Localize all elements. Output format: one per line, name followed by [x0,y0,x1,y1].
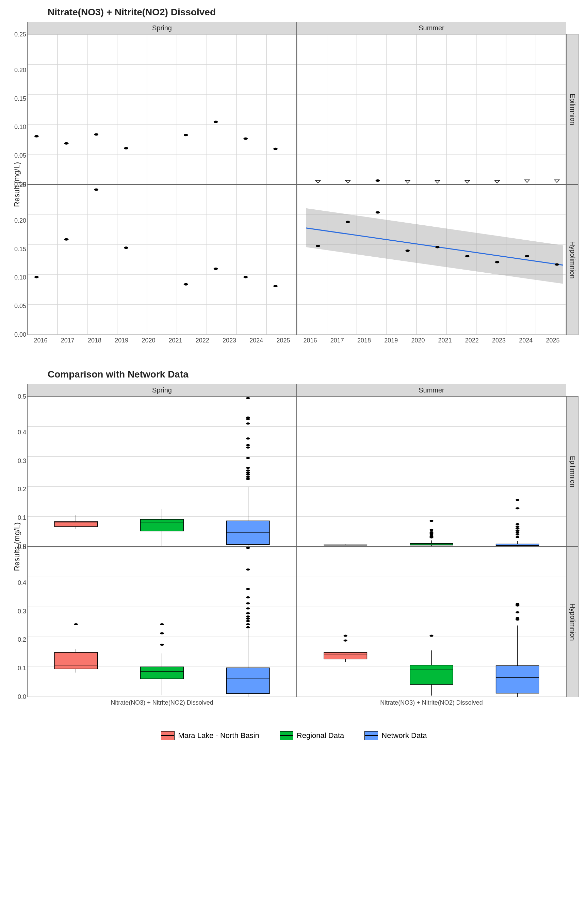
svg-point-159 [515,531,519,533]
svg-point-66 [64,238,69,241]
chart2-grid: Spring Summer Results (mg/L) 0.00.10.20.… [7,384,578,718]
svg-point-193 [246,612,250,614]
svg-rect-112 [141,519,183,531]
svg-point-160 [515,529,519,531]
svg-point-19 [124,147,128,149]
col-strip-spring2: Spring [27,384,297,396]
svg-point-158 [515,533,519,535]
legend: Mara Lake - North Basin Regional Data Ne… [7,731,581,740]
svg-point-125 [246,446,250,449]
svg-rect-179 [141,667,183,679]
legend-item-regional: Regional Data [280,731,344,740]
scatter-facet-block: Nitrate(NO3) + Nitrite(NO2) Dissolved Sp… [7,7,581,356]
svg-point-72 [273,285,278,287]
svg-point-118 [246,478,250,480]
svg-point-216 [430,635,433,637]
svg-point-197 [246,588,250,590]
svg-point-196 [246,597,250,598]
col-strip-summer2: Summer [297,384,566,396]
svg-point-165 [515,499,519,501]
svg-point-21 [214,121,218,123]
svg-point-16 [34,135,39,137]
svg-point-94 [405,249,410,252]
col-strip-spring: Spring [27,22,297,34]
svg-marker-42 [405,180,410,183]
svg-point-122 [246,469,250,472]
legend-label: Regional Data [297,731,344,740]
svg-point-210 [344,639,347,641]
svg-point-67 [94,189,99,191]
svg-marker-44 [465,180,470,183]
svg-rect-174 [55,653,97,669]
svg-point-152 [430,520,433,522]
svg-point-161 [515,527,519,529]
panel-spring-epi: 0.000.050.100.150.200.25 [27,34,297,184]
svg-point-96 [465,255,470,257]
yaxis-ticks: 0.000.050.100.150.200.25 [8,34,26,184]
legend-swatch-icon [280,731,293,740]
svg-point-182 [160,632,164,634]
box-spring-epi: 0.00.10.20.30.40.5 [27,396,297,547]
yaxis-ticks: 0.00.10.20.30.40.5 [8,396,26,546]
svg-point-97 [495,261,499,264]
svg-point-95 [435,246,439,249]
svg-point-123 [246,467,250,469]
box-summer-hypo [297,547,566,697]
svg-point-176 [74,623,78,625]
chart1-grid: Spring Summer Result (mg/L) 0.000.050.10… [7,22,578,356]
svg-point-69 [184,283,188,286]
xaxis-spring: 2016201720182019202020212022202320242025 [27,335,297,356]
svg-marker-40 [315,180,320,183]
legend-item-mara: Mara Lake - North Basin [161,731,259,740]
svg-rect-186 [227,668,270,694]
panel-summer-epi [297,34,566,184]
xaxis-summer: 2016201720182019202020212022202320242025 [297,335,566,356]
svg-point-190 [246,620,250,622]
legend-item-network: Network Data [364,731,427,740]
svg-marker-41 [346,180,350,183]
panel-spring-hypo: 0.000.050.100.150.200.25 [27,184,297,335]
svg-point-198 [246,569,250,571]
svg-point-23 [273,148,278,150]
svg-point-162 [515,525,519,528]
xaxis-box1: Nitrate(NO3) + Nitrite(NO2) Dissolved [27,697,297,718]
svg-point-126 [246,444,250,446]
yaxis-ticks: 0.000.050.100.150.200.25 [8,185,26,335]
svg-point-157 [515,536,519,538]
svg-rect-116 [227,521,270,545]
panel-summer-hypo [297,184,566,335]
svg-point-192 [246,616,250,618]
legend-swatch-icon [364,731,378,740]
legend-label: Network Data [381,731,427,740]
yaxis-ticks: 0.00.10.20.30.40.5 [8,547,26,697]
svg-point-68 [124,246,128,249]
row-strip-epi: Epilimnion [566,34,578,184]
legend-swatch-icon [161,731,174,740]
svg-point-92 [346,221,350,223]
box-spring-hypo: 0.00.10.20.30.40.5 [27,547,297,697]
svg-point-194 [246,607,250,609]
legend-label: Mara Lake - North Basin [178,731,259,740]
svg-point-22 [243,137,248,140]
svg-point-183 [160,623,164,625]
boxplot-facet-block: Comparison with Network Data Spring Summ… [7,369,581,718]
svg-point-65 [34,276,39,278]
svg-marker-47 [555,180,559,183]
svg-point-130 [246,417,250,419]
svg-point-227 [515,603,519,605]
box-summer-epi [297,396,566,547]
svg-point-119 [246,476,250,478]
svg-point-163 [515,523,519,525]
svg-point-71 [243,276,248,278]
xaxis-box2: Nitrate(NO3) + Nitrite(NO2) Dissolved [297,697,566,718]
svg-rect-108 [55,522,97,527]
row-strip-hypo2: Hypolimnion [566,547,578,697]
svg-marker-43 [435,180,439,183]
svg-point-127 [246,437,250,440]
svg-point-150 [430,531,433,533]
svg-point-17 [64,142,69,145]
svg-marker-89 [306,209,563,284]
svg-point-191 [246,618,250,619]
svg-point-99 [555,264,559,266]
svg-rect-214 [410,665,453,685]
